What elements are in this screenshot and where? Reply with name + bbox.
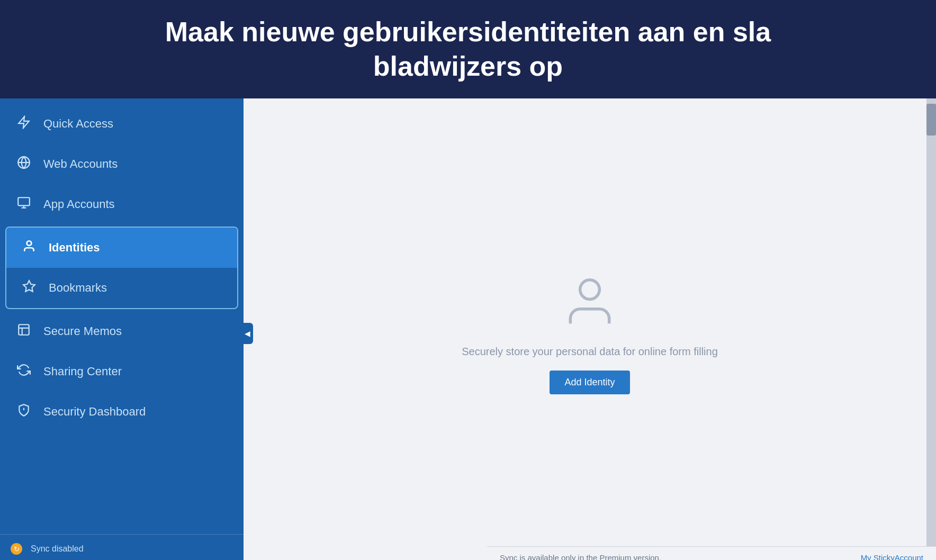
bottom-bar: Sync is available only in the Premium ve… [487, 546, 936, 560]
add-identity-button[interactable]: Add Identity [550, 371, 629, 394]
sidebar-item-bookmarks[interactable]: Bookmarks [6, 268, 237, 308]
header-title: Maak nieuwe gebruikersidentiteiten aan e… [21, 15, 915, 84]
sync-icon: ↻ [11, 543, 22, 555]
svg-point-13 [580, 280, 600, 300]
main-content: Securely store your personal data for on… [244, 98, 936, 560]
svg-marker-0 [19, 116, 29, 128]
sharing-center-icon [16, 363, 32, 380]
quick-access-icon [16, 115, 32, 132]
sidebar-item-web-accounts[interactable]: Web Accounts [0, 144, 244, 184]
svg-rect-8 [19, 324, 29, 335]
sidebar: Quick Access Web Accounts [0, 98, 244, 560]
sidebar-item-app-accounts[interactable]: App Accounts [0, 184, 244, 224]
sidebar-item-label: Secure Memos [43, 324, 122, 338]
sidebar-item-label: Identities [49, 241, 100, 255]
svg-marker-7 [23, 281, 35, 292]
svg-point-6 [27, 241, 32, 246]
sync-info-text: Sync is available only in the Premium ve… [500, 553, 661, 560]
header-banner: Maak nieuwe gebruikersidentiteiten aan e… [0, 0, 936, 98]
sidebar-item-label: Sharing Center [43, 365, 122, 378]
sidebar-item-label: App Accounts [43, 197, 115, 211]
person-icon [561, 273, 619, 333]
web-accounts-icon [16, 156, 32, 173]
bookmarks-icon [21, 279, 37, 296]
security-dashboard-icon [16, 403, 32, 420]
scrollbar-track[interactable] [926, 98, 936, 560]
sidebar-item-label: Quick Access [43, 117, 113, 131]
empty-state-description: Securely store your personal data for on… [462, 346, 718, 358]
sidebar-item-label: Bookmarks [49, 281, 107, 295]
identities-icon [21, 239, 37, 256]
sidebar-item-identities[interactable]: Identities [6, 228, 237, 268]
sidebar-collapse-button[interactable]: ◀ [241, 323, 253, 344]
sidebar-item-label: Security Dashboard [43, 405, 146, 419]
empty-state: Securely store your personal data for on… [462, 273, 718, 394]
sidebar-group-identity-bookmarks: Identities Bookmarks [5, 227, 238, 309]
app-container: Quick Access Web Accounts [0, 98, 936, 560]
scrollbar-thumb[interactable] [926, 104, 936, 136]
svg-rect-3 [18, 197, 30, 205]
secure-memos-icon [16, 323, 32, 340]
sidebar-item-sharing-center[interactable]: Sharing Center [0, 351, 244, 392]
sidebar-item-secure-memos[interactable]: Secure Memos [0, 311, 244, 351]
sync-status-label: Sync disabled [31, 544, 84, 554]
sidebar-bottom: ↻ Sync disabled [0, 534, 244, 560]
sidebar-item-quick-access[interactable]: Quick Access [0, 104, 244, 144]
app-accounts-icon [16, 196, 32, 213]
sidebar-item-security-dashboard[interactable]: Security Dashboard [0, 392, 244, 432]
my-sticky-account-link[interactable]: My StickyAccount [861, 553, 923, 560]
sidebar-item-label: Web Accounts [43, 157, 118, 171]
